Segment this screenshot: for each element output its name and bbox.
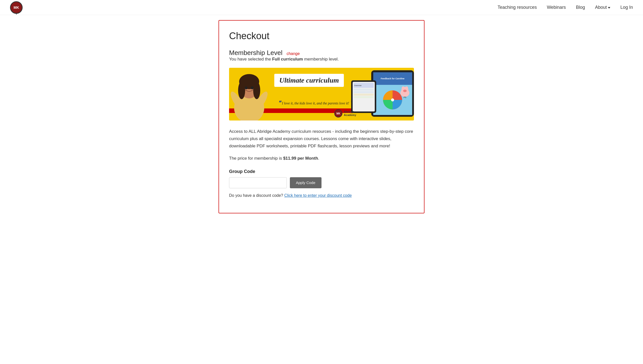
small-screen-content: [354, 89, 374, 98]
price-value: $11.99 per Month: [283, 156, 318, 161]
selected-prefix: You have selected the: [229, 57, 272, 62]
content-row: [354, 94, 374, 96]
login-link[interactable]: Log In: [620, 5, 633, 10]
banner-person: [229, 68, 276, 120]
content-row: [354, 89, 374, 91]
webinars-link[interactable]: Webinars: [547, 5, 566, 10]
price-suffix: .: [318, 156, 319, 161]
small-screen-header: Grammar: [354, 83, 374, 88]
banner-quote-text: I love it, the kids love it, and the par…: [282, 101, 349, 105]
banner-logo-text: AbridgeAcademy: [344, 110, 356, 117]
nav-item-webinars[interactable]: Webinars: [547, 5, 566, 10]
banner-quote-area: ❝ I love it, the kids love it, and the p…: [278, 99, 353, 107]
banner-devices: Feedback for Caroline: [359, 70, 414, 118]
tablet-screen-top: Feedback for Caroline: [373, 72, 412, 85]
svg-point-3: [238, 82, 245, 99]
change-link[interactable]: change: [287, 51, 300, 56]
logo-icon: MK: [10, 1, 23, 14]
tablet-label: Feedback for Caroline: [381, 77, 405, 80]
navigation: MK Teaching resources Webinars Blog Abou…: [0, 0, 643, 15]
curriculum-banner: Ultimate curriculum ❝ I love it, the kid…: [229, 68, 414, 120]
banner-title-box: Ultimate curriculum: [274, 74, 344, 87]
logo[interactable]: MK: [10, 1, 23, 14]
svg-text:pig: pig: [403, 96, 406, 98]
tablet-screen: Feedback for Caroline: [373, 72, 412, 115]
content-row: [354, 96, 374, 98]
teaching-resources-link[interactable]: Teaching resources: [498, 5, 537, 10]
nav-item-blog[interactable]: Blog: [576, 5, 585, 10]
banner-logo-icon: MK: [334, 109, 342, 117]
apply-code-button[interactable]: Apply Code: [290, 177, 322, 188]
selected-level-text: You have selected the Full curriculum me…: [229, 57, 414, 62]
description-text: Access to ALL Abridge Academy curriculum…: [229, 128, 414, 150]
selected-level: Full curriculum: [272, 57, 303, 62]
nav-item-teaching-resources[interactable]: Teaching resources: [498, 5, 537, 10]
small-tablet-screen: Grammar: [353, 82, 375, 111]
group-code-label: Group Code: [229, 169, 414, 174]
content-row: [354, 91, 374, 93]
tablet-game-area: pig: [373, 85, 412, 115]
about-chevron-icon: [608, 7, 610, 9]
svg-point-8: [251, 86, 253, 89]
svg-point-10: [391, 98, 394, 101]
small-screen-title: Grammar: [354, 85, 362, 86]
pig-character: pig: [399, 86, 411, 98]
nav-item-login[interactable]: Log In: [620, 5, 633, 10]
discount-code-link[interactable]: Click here to enter your discount code: [284, 193, 352, 198]
logo-text: MK: [14, 6, 19, 10]
banner-title: Ultimate curriculum: [279, 76, 339, 84]
discount-text: Do you have a discount code? Click here …: [229, 193, 414, 198]
nav-item-about[interactable]: About: [595, 5, 610, 10]
about-link[interactable]: About: [595, 5, 607, 10]
large-tablet: Feedback for Caroline: [371, 70, 414, 117]
group-code-section: Group Code Apply Code Do you have a disc…: [229, 169, 414, 198]
person-svg: [229, 68, 276, 120]
nav-links: Teaching resources Webinars Blog About L…: [498, 5, 633, 10]
blog-link[interactable]: Blog: [576, 5, 585, 10]
price-prefix: The price for membership is: [229, 156, 283, 161]
membership-section: Membership Level change: [229, 49, 414, 57]
svg-point-4: [253, 82, 260, 99]
group-code-row: Apply Code: [229, 177, 414, 188]
price-text: The price for membership is $11.99 per M…: [229, 156, 414, 161]
discount-prefix: Do you have a discount code?: [229, 193, 284, 198]
page-title: Checkout: [229, 31, 414, 41]
selected-suffix: membership level.: [303, 57, 339, 62]
checkout-box: Checkout Membership Level change You hav…: [219, 20, 424, 213]
small-tablet: Grammar: [351, 80, 376, 113]
banner-logo: MK AbridgeAcademy: [334, 109, 356, 117]
group-code-input[interactable]: [229, 177, 287, 188]
svg-point-7: [245, 86, 247, 89]
membership-heading: Membership Level: [229, 49, 282, 56]
svg-point-15: [403, 90, 407, 92]
page-wrapper: Checkout Membership Level change You hav…: [0, 15, 643, 218]
open-quote-icon: ❝: [278, 99, 281, 106]
